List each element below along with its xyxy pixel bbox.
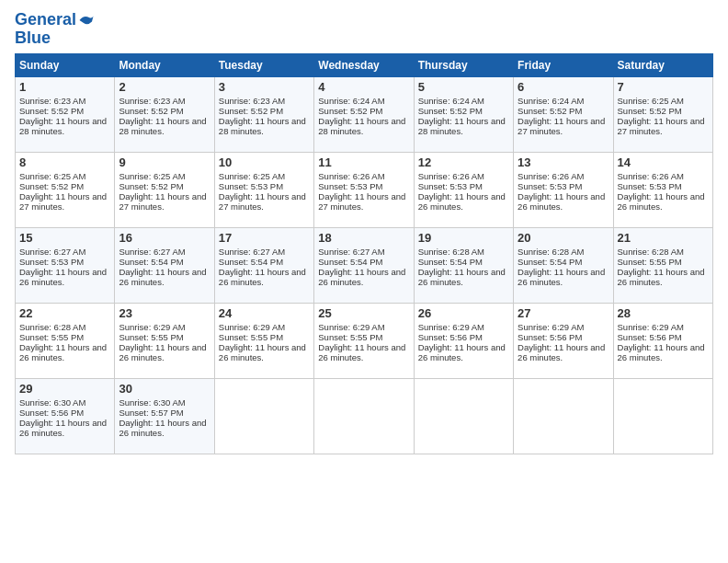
calendar-cell: [414, 378, 513, 454]
cell-info: Sunrise: 6:27 AMSunset: 5:54 PMDaylight:…: [318, 247, 405, 287]
calendar-cell: 17Sunrise: 6:27 AMSunset: 5:54 PMDayligh…: [214, 227, 313, 303]
day-number: 7: [618, 80, 709, 94]
logo-icon: [78, 12, 95, 29]
calendar-week-row: 29Sunrise: 6:30 AMSunset: 5:56 PMDayligh…: [16, 378, 713, 454]
cell-info: Sunrise: 6:24 AMSunset: 5:52 PMDaylight:…: [318, 96, 405, 136]
calendar-cell: [314, 378, 414, 454]
calendar-cell: 22Sunrise: 6:28 AMSunset: 5:55 PMDayligh…: [16, 303, 115, 378]
day-number: 10: [219, 155, 310, 169]
calendar-cell: 5Sunrise: 6:24 AMSunset: 5:52 PMDaylight…: [414, 76, 513, 152]
calendar-cell: 24Sunrise: 6:29 AMSunset: 5:55 PMDayligh…: [214, 303, 313, 378]
day-number: 11: [318, 155, 409, 169]
header: General Blue: [15, 11, 713, 48]
calendar-cell: 25Sunrise: 6:29 AMSunset: 5:55 PMDayligh…: [314, 303, 414, 378]
day-number: 22: [19, 306, 110, 320]
calendar-cell: 26Sunrise: 6:29 AMSunset: 5:56 PMDayligh…: [414, 303, 513, 378]
cell-info: Sunrise: 6:26 AMSunset: 5:53 PMDaylight:…: [618, 171, 705, 212]
day-number: 9: [119, 155, 210, 169]
calendar-cell: 9Sunrise: 6:25 AMSunset: 5:52 PMDaylight…: [115, 152, 214, 227]
day-number: 28: [618, 306, 709, 320]
calendar-header-cell: Saturday: [613, 53, 712, 76]
day-number: 4: [318, 80, 409, 94]
calendar-cell: 14Sunrise: 6:26 AMSunset: 5:53 PMDayligh…: [613, 152, 712, 227]
cell-info: Sunrise: 6:29 AMSunset: 5:56 PMDaylight:…: [518, 322, 605, 362]
calendar-cell: 19Sunrise: 6:28 AMSunset: 5:54 PMDayligh…: [414, 227, 513, 303]
calendar-header-cell: Monday: [115, 53, 214, 76]
cell-info: Sunrise: 6:23 AMSunset: 5:52 PMDaylight:…: [219, 96, 306, 136]
day-number: 29: [19, 382, 110, 396]
logo-text-line2: Blue: [15, 29, 95, 48]
day-number: 19: [418, 231, 509, 245]
calendar-cell: 8Sunrise: 6:25 AMSunset: 5:52 PMDaylight…: [16, 152, 115, 227]
day-number: 6: [518, 80, 609, 94]
cell-info: Sunrise: 6:25 AMSunset: 5:52 PMDaylight:…: [19, 171, 107, 212]
calendar-week-row: 8Sunrise: 6:25 AMSunset: 5:52 PMDaylight…: [16, 152, 713, 227]
calendar-cell: 29Sunrise: 6:30 AMSunset: 5:56 PMDayligh…: [16, 378, 115, 454]
day-number: 17: [219, 231, 310, 245]
cell-info: Sunrise: 6:25 AMSunset: 5:53 PMDaylight:…: [219, 171, 306, 212]
day-number: 2: [119, 80, 210, 94]
calendar-header-cell: Wednesday: [314, 53, 414, 76]
calendar-cell: 20Sunrise: 6:28 AMSunset: 5:54 PMDayligh…: [514, 227, 613, 303]
calendar-cell: 4Sunrise: 6:24 AMSunset: 5:52 PMDaylight…: [314, 76, 414, 152]
calendar-header-row: SundayMondayTuesdayWednesdayThursdayFrid…: [16, 53, 713, 76]
calendar-cell: 28Sunrise: 6:29 AMSunset: 5:56 PMDayligh…: [613, 303, 712, 378]
calendar-cell: 2Sunrise: 6:23 AMSunset: 5:52 PMDaylight…: [115, 76, 214, 152]
calendar-cell: 10Sunrise: 6:25 AMSunset: 5:53 PMDayligh…: [214, 152, 313, 227]
cell-info: Sunrise: 6:26 AMSunset: 5:53 PMDaylight:…: [318, 171, 405, 212]
cell-info: Sunrise: 6:29 AMSunset: 5:55 PMDaylight:…: [219, 322, 306, 362]
calendar-header-cell: Tuesday: [214, 53, 313, 76]
calendar-cell: 27Sunrise: 6:29 AMSunset: 5:56 PMDayligh…: [514, 303, 613, 378]
calendar-header-cell: Thursday: [414, 53, 513, 76]
cell-info: Sunrise: 6:29 AMSunset: 5:56 PMDaylight:…: [618, 322, 705, 362]
calendar-cell: 6Sunrise: 6:24 AMSunset: 5:52 PMDaylight…: [514, 76, 613, 152]
calendar-cell: 21Sunrise: 6:28 AMSunset: 5:55 PMDayligh…: [613, 227, 712, 303]
calendar-cell: 13Sunrise: 6:26 AMSunset: 5:53 PMDayligh…: [514, 152, 613, 227]
day-number: 13: [518, 155, 609, 169]
logo-text-line1: General: [15, 11, 76, 29]
calendar-cell: 23Sunrise: 6:29 AMSunset: 5:55 PMDayligh…: [115, 303, 214, 378]
cell-info: Sunrise: 6:25 AMSunset: 5:52 PMDaylight:…: [119, 171, 206, 212]
calendar-week-row: 22Sunrise: 6:28 AMSunset: 5:55 PMDayligh…: [16, 303, 713, 378]
cell-info: Sunrise: 6:24 AMSunset: 5:52 PMDaylight:…: [418, 96, 506, 136]
cell-info: Sunrise: 6:30 AMSunset: 5:57 PMDaylight:…: [119, 397, 206, 438]
day-number: 8: [19, 155, 110, 169]
day-number: 1: [19, 80, 110, 94]
day-number: 12: [418, 155, 509, 169]
calendar-cell: 16Sunrise: 6:27 AMSunset: 5:54 PMDayligh…: [115, 227, 214, 303]
day-number: 23: [119, 306, 210, 320]
cell-info: Sunrise: 6:27 AMSunset: 5:53 PMDaylight:…: [19, 247, 107, 287]
day-number: 27: [518, 306, 609, 320]
day-number: 14: [618, 155, 709, 169]
cell-info: Sunrise: 6:28 AMSunset: 5:55 PMDaylight:…: [19, 322, 107, 362]
cell-info: Sunrise: 6:25 AMSunset: 5:52 PMDaylight:…: [618, 96, 705, 136]
calendar-header-cell: Sunday: [16, 53, 115, 76]
cell-info: Sunrise: 6:26 AMSunset: 5:53 PMDaylight:…: [418, 171, 506, 212]
day-number: 5: [418, 80, 509, 94]
calendar-cell: 18Sunrise: 6:27 AMSunset: 5:54 PMDayligh…: [314, 227, 414, 303]
cell-info: Sunrise: 6:28 AMSunset: 5:54 PMDaylight:…: [518, 247, 605, 287]
calendar-body: 1Sunrise: 6:23 AMSunset: 5:52 PMDaylight…: [16, 76, 713, 454]
calendar-cell: [613, 378, 712, 454]
calendar-cell: 15Sunrise: 6:27 AMSunset: 5:53 PMDayligh…: [16, 227, 115, 303]
day-number: 21: [618, 231, 709, 245]
page: General Blue SundayMondayTuesdayWednesda…: [0, 0, 728, 462]
calendar-cell: [214, 378, 313, 454]
cell-info: Sunrise: 6:29 AMSunset: 5:55 PMDaylight:…: [119, 322, 206, 362]
day-number: 20: [518, 231, 609, 245]
day-number: 18: [318, 231, 409, 245]
calendar-cell: 30Sunrise: 6:30 AMSunset: 5:57 PMDayligh…: [115, 378, 214, 454]
cell-info: Sunrise: 6:26 AMSunset: 5:53 PMDaylight:…: [518, 171, 605, 212]
calendar-cell: [514, 378, 613, 454]
cell-info: Sunrise: 6:30 AMSunset: 5:56 PMDaylight:…: [19, 397, 107, 438]
day-number: 16: [119, 231, 210, 245]
cell-info: Sunrise: 6:29 AMSunset: 5:55 PMDaylight:…: [318, 322, 405, 362]
day-number: 15: [19, 231, 110, 245]
cell-info: Sunrise: 6:23 AMSunset: 5:52 PMDaylight:…: [19, 96, 107, 136]
cell-info: Sunrise: 6:27 AMSunset: 5:54 PMDaylight:…: [219, 247, 306, 287]
calendar-cell: 11Sunrise: 6:26 AMSunset: 5:53 PMDayligh…: [314, 152, 414, 227]
calendar-cell: 12Sunrise: 6:26 AMSunset: 5:53 PMDayligh…: [414, 152, 513, 227]
day-number: 25: [318, 306, 409, 320]
day-number: 3: [219, 80, 310, 94]
calendar-cell: 1Sunrise: 6:23 AMSunset: 5:52 PMDaylight…: [16, 76, 115, 152]
